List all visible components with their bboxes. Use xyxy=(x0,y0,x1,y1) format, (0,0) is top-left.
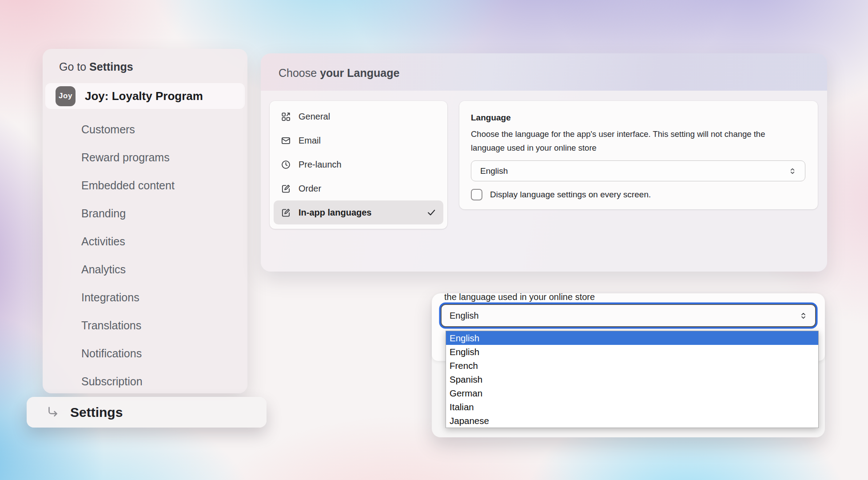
dropdown-option-japanese[interactable]: Japanese xyxy=(446,414,818,428)
language-select-value: English xyxy=(480,166,788,176)
language-heading: Language xyxy=(471,113,806,123)
language-settings-card: Language Choose the language for the app… xyxy=(459,101,818,209)
edit-square-icon xyxy=(281,208,291,218)
sidebar-item-integrations[interactable]: Integrations xyxy=(43,284,247,312)
sidebar-item-activities[interactable]: Activities xyxy=(43,228,247,256)
grid-arrow-icon xyxy=(281,112,291,122)
sidebar-item-translations[interactable]: Translations xyxy=(43,312,247,340)
sidebar-item-reward-programs[interactable]: Reward programs xyxy=(43,144,247,172)
sidebar-item-analytics[interactable]: Analytics xyxy=(43,256,247,284)
tab-label: General xyxy=(299,112,330,122)
tab-general[interactable]: General xyxy=(274,104,443,128)
sidebar-header-bold: Settings xyxy=(89,60,133,73)
sidebar-item-customers[interactable]: Customers xyxy=(43,116,247,144)
panel-title-bold: your Language xyxy=(320,67,399,79)
checkmark-icon xyxy=(426,208,436,217)
display-language-checkbox-label: Display language settings on every scree… xyxy=(490,190,651,200)
envelope-icon xyxy=(281,136,291,146)
app-name: Joy: Loyalty Program xyxy=(85,89,203,103)
dropdown-option-italian[interactable]: Italian xyxy=(446,400,818,414)
language-select[interactable]: English xyxy=(471,160,805,181)
settings-shortcut-label: Settings xyxy=(70,405,123,420)
desktop-background: Go to Settings Joy Joy: Loyalty Program … xyxy=(0,0,868,480)
tab-email[interactable]: Email xyxy=(274,128,443,152)
sidebar-item-branding[interactable]: Branding xyxy=(43,200,247,228)
chevron-up-down-icon xyxy=(788,167,797,176)
panel-title-prefix: Choose xyxy=(279,67,320,79)
joy-app-icon: Joy xyxy=(56,86,76,106)
language-select-value: English xyxy=(450,311,799,321)
settings-shortcut-card[interactable]: Settings xyxy=(27,397,267,428)
clipped-description-text: the language used in your online store xyxy=(444,293,825,304)
tab-label: Email xyxy=(299,136,321,146)
tab-label: Pre-launch xyxy=(299,160,342,170)
edit-square-icon xyxy=(281,184,291,194)
tab-in-app-languages[interactable]: In-app languages xyxy=(274,200,443,224)
sidebar-header-prefix: Go to xyxy=(59,60,89,73)
sidebar-item-subscription[interactable]: Subscription xyxy=(43,368,247,393)
chevron-up-down-icon xyxy=(799,311,808,320)
clock-icon xyxy=(281,160,291,170)
settings-nav-card: General Email xyxy=(270,101,447,229)
choose-language-panel: Choose your Language General xyxy=(261,53,827,272)
language-description: Choose the language for the app's user i… xyxy=(471,127,795,155)
sidebar-item-notifications[interactable]: Notifications xyxy=(43,340,247,368)
language-dropdown-list: English English French Spanish German It… xyxy=(446,331,819,428)
tab-pre-launch[interactable]: Pre-launch xyxy=(274,152,443,176)
sidebar-item-embedded-content[interactable]: Embedded content xyxy=(43,172,247,200)
display-language-setting-row: Display language settings on every scree… xyxy=(471,189,806,200)
language-select-focused[interactable]: English xyxy=(441,304,816,327)
panel-body: General Email xyxy=(261,91,827,272)
return-arrow-icon xyxy=(45,405,60,420)
dropdown-option-french[interactable]: French xyxy=(446,359,818,372)
app-sidebar-card: Go to Settings Joy Joy: Loyalty Program … xyxy=(43,49,247,393)
dropdown-option-english[interactable]: English xyxy=(446,345,818,359)
tab-order[interactable]: Order xyxy=(274,176,443,200)
sidebar-menu: Customers Reward programs Embedded conte… xyxy=(43,112,247,393)
display-language-checkbox[interactable] xyxy=(471,189,482,200)
tab-label: In-app languages xyxy=(299,208,371,218)
dropdown-option-spanish[interactable]: Spanish xyxy=(446,372,818,386)
sidebar-header: Go to Settings xyxy=(43,49,247,82)
tab-label: Order xyxy=(299,184,321,194)
dropdown-option-english-selected[interactable]: English xyxy=(446,331,818,345)
panel-title: Choose your Language xyxy=(279,67,399,80)
sidebar-item-joy-loyalty-program[interactable]: Joy Joy: Loyalty Program xyxy=(45,83,245,109)
dropdown-option-german[interactable]: German xyxy=(446,386,818,400)
